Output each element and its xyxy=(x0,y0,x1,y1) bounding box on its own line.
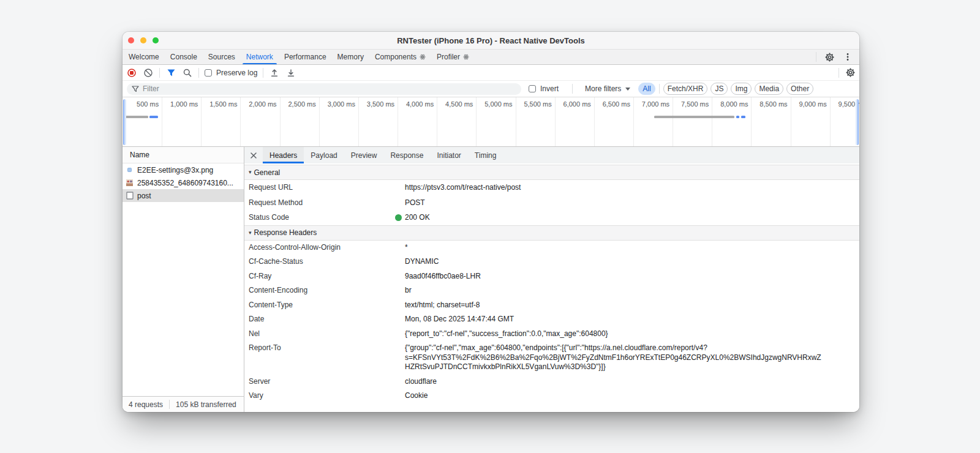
header-row: Nel{"report_to":"cf-nel","success_fracti… xyxy=(244,327,859,342)
section-header-general[interactable]: ▾General xyxy=(244,165,859,180)
toolbar-left: Preserve log xyxy=(126,67,296,78)
more-filters-dropdown[interactable]: More filters xyxy=(585,84,630,93)
request-row[interactable]: 258435352_648609743160... xyxy=(123,176,244,189)
filter-pill-all[interactable]: All xyxy=(638,83,655,95)
filter-pill-media[interactable]: Media xyxy=(755,83,783,95)
network-settings-gear-button[interactable] xyxy=(845,67,856,78)
minimize-window-button[interactable] xyxy=(140,37,146,43)
header-name: Request URL xyxy=(249,182,405,193)
import-har-button[interactable] xyxy=(269,67,280,78)
timeline-gridline xyxy=(594,97,595,146)
devtools-tabbar-tabs: WelcomeConsoleSourcesNetworkPerformanceM… xyxy=(123,50,475,64)
divider xyxy=(839,68,839,78)
close-details-button[interactable] xyxy=(244,147,263,163)
section-header-response-headers[interactable]: ▾Response Headers xyxy=(244,225,859,241)
header-row: Servercloudflare xyxy=(244,375,859,389)
zoom-window-button[interactable] xyxy=(153,37,159,43)
filter-pill-img[interactable]: Img xyxy=(731,83,752,95)
more-menu-button[interactable] xyxy=(842,51,853,62)
react-atom-icon xyxy=(463,54,469,60)
titlebar[interactable]: RNTester (iPhone 16 Pro) - React Native … xyxy=(123,32,859,50)
details-tab-timing[interactable]: Timing xyxy=(468,147,503,163)
tab-profiler[interactable]: Profiler xyxy=(431,50,475,64)
timeline-tick-label: 1,500 ms xyxy=(209,100,237,108)
network-filter-bar: Filter Invert More filters AllFetch/XHRJ… xyxy=(123,81,859,97)
network-overview-timeline[interactable]: 500 ms1,000 ms1,500 ms2,000 ms2,500 ms3,… xyxy=(123,97,859,147)
overview-left-handle[interactable] xyxy=(123,99,126,145)
tab-components[interactable]: Components xyxy=(369,50,431,64)
filter-pill-js[interactable]: JS xyxy=(710,83,728,95)
search-button[interactable] xyxy=(182,67,193,78)
tab-label: Profiler xyxy=(437,53,460,61)
overview-request-bar xyxy=(736,116,739,118)
requests-count: 4 requests xyxy=(123,400,169,409)
request-row[interactable]: post xyxy=(123,189,244,202)
tab-label: Memory xyxy=(337,53,364,61)
timeline-gridline xyxy=(398,97,398,146)
section-title: General xyxy=(254,168,281,177)
clear-button[interactable] xyxy=(143,67,154,78)
details-tab-payload[interactable]: Payload xyxy=(304,147,344,163)
details-tab-initiator[interactable]: Initiator xyxy=(430,147,467,163)
timeline-gridline xyxy=(476,97,477,146)
overview-right-handle[interactable] xyxy=(856,99,859,145)
preserve-log-checkbox[interactable] xyxy=(205,69,212,77)
timeline-gridline xyxy=(751,97,752,146)
details-tab-headers[interactable]: Headers xyxy=(263,147,304,163)
settings-gear-button[interactable] xyxy=(824,51,835,62)
preserve-log-checkbox-group[interactable]: Preserve log xyxy=(205,69,257,77)
timeline-tick-label: 8,000 ms xyxy=(720,100,748,108)
tab-welcome[interactable]: Welcome xyxy=(123,50,165,64)
header-name: Server xyxy=(249,377,405,387)
close-window-button[interactable] xyxy=(128,37,134,43)
export-har-button[interactable] xyxy=(285,67,296,78)
tiny-image-icon xyxy=(125,165,134,174)
timeline-tick-label: 4,500 ms xyxy=(445,100,473,108)
filter-funnel-button[interactable] xyxy=(165,67,176,78)
network-toolbar: Preserve log xyxy=(123,65,859,81)
filter-funnel-icon xyxy=(167,69,176,77)
header-name: Status Code xyxy=(249,212,405,223)
details-tab-response[interactable]: Response xyxy=(383,147,430,163)
header-value: Cookie xyxy=(405,391,824,401)
more-menu-icon xyxy=(843,52,853,62)
header-value: {"group":"cf-nel","max_age":604800,"endp… xyxy=(405,343,824,372)
disclosure-triangle-icon: ▾ xyxy=(249,230,252,236)
header-name: Cf-Cache-Status xyxy=(249,257,405,267)
request-row[interactable]: E2EE-settings@3x.png xyxy=(123,163,244,176)
header-row: Report-To{"group":"cf-nel","max_age":604… xyxy=(244,341,859,375)
toolbar-right xyxy=(839,67,856,78)
export-har-icon xyxy=(286,68,296,78)
timeline-tick-label: 2,500 ms xyxy=(288,100,316,108)
filter-pill-fetchxhr[interactable]: Fetch/XHR xyxy=(663,83,708,95)
invert-checkbox[interactable] xyxy=(529,85,536,92)
request-name: E2EE-settings@3x.png xyxy=(137,166,213,174)
tab-memory[interactable]: Memory xyxy=(332,50,369,64)
header-value: 9aad0f46ffbc0ae8-LHR xyxy=(405,272,824,282)
details-tabs: HeadersPayloadPreviewResponseInitiatorTi… xyxy=(263,147,503,163)
header-value: text/html; charset=utf-8 xyxy=(405,301,824,310)
filter-pill-other[interactable]: Other xyxy=(786,83,813,95)
timeline-tick-label: 3,000 ms xyxy=(328,100,355,108)
tab-console[interactable]: Console xyxy=(165,50,203,64)
filter-input[interactable]: Filter xyxy=(127,83,521,95)
settings-gear-icon xyxy=(845,67,856,78)
tab-network[interactable]: Network xyxy=(241,50,279,64)
name-column-header[interactable]: Name xyxy=(123,147,244,163)
invert-checkbox-group[interactable]: Invert xyxy=(529,84,559,93)
timeline-tick-label: 9,000 ms xyxy=(799,100,826,108)
header-value: Mon, 08 Dec 2025 14:47:44 GMT xyxy=(405,315,824,324)
divider xyxy=(816,52,816,62)
tab-performance[interactable]: Performance xyxy=(279,50,332,64)
timeline-tick-label: 8,500 ms xyxy=(760,100,787,108)
record-button[interactable] xyxy=(126,67,137,78)
timeline-tick-label: 5,500 ms xyxy=(524,100,551,108)
timeline-gridline xyxy=(673,97,673,146)
tab-sources[interactable]: Sources xyxy=(203,50,241,64)
timeline-tick-label: 6,500 ms xyxy=(603,100,630,108)
search-icon xyxy=(183,68,192,78)
requests-panel: Name E2EE-settings@3x.png258435352_64860… xyxy=(123,147,244,412)
request-details-panel: HeadersPayloadPreviewResponseInitiatorTi… xyxy=(244,147,859,412)
devtools-tabbar: WelcomeConsoleSourcesNetworkPerformanceM… xyxy=(123,50,859,65)
details-tab-preview[interactable]: Preview xyxy=(344,147,384,163)
